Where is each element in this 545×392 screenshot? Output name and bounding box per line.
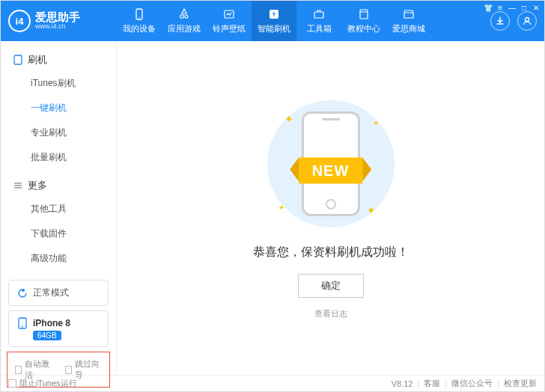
footer-right: V8.12 | 客服 | 微信公众号 | 检查更新 — [392, 378, 537, 389]
nav-toolbox[interactable]: 工具箱 — [296, 1, 341, 41]
list-icon — [13, 181, 23, 190]
sidebar-item-batch-flash[interactable]: 批量刷机 — [1, 145, 116, 170]
app-body: 刷机 iTunes刷机 一键刷机 专业刷机 批量刷机 更多 其他工具 下载固件 … — [1, 41, 544, 375]
mode-box[interactable]: 正常模式 — [8, 280, 109, 306]
window-controls: 👕 ≡ ― □ ✕ — [480, 1, 544, 14]
sidebar-item-itunes-flash[interactable]: iTunes刷机 — [1, 71, 116, 96]
close-icon[interactable]: ✕ — [531, 2, 541, 13]
sidebar-group-flash: 刷机 iTunes刷机 一键刷机 专业刷机 批量刷机 — [1, 49, 116, 174]
toolbox-icon — [312, 7, 326, 21]
sparkle-icon: ✦ — [278, 203, 284, 212]
minimize-icon[interactable]: ― — [507, 2, 517, 13]
svg-rect-4 — [314, 12, 323, 18]
nav-label: 应用游戏 — [168, 23, 201, 34]
update-link[interactable]: 检查更新 — [504, 378, 537, 389]
sidebar-group-title: 刷机 — [1, 49, 116, 71]
checkbox-icon — [8, 379, 16, 388]
svg-point-13 — [22, 326, 23, 328]
apps-icon — [177, 7, 191, 21]
sidebar-item-oneclick-flash[interactable]: 一键刷机 — [1, 96, 116, 120]
success-illustration: NEW ✦ ✦ ✦ ✦ — [256, 97, 406, 231]
sidebar-item-download-firmware[interactable]: 下载固件 — [1, 221, 116, 246]
shirt-icon[interactable]: 👕 — [483, 2, 493, 13]
sidebar-item-pro-flash[interactable]: 专业刷机 — [1, 120, 116, 145]
app-header: 👕 ≡ ― □ ✕ i4 爱思助手 www.i4.cn 我的设备 应用游戏 铃声… — [1, 1, 544, 41]
new-ribbon: NEW — [299, 158, 363, 184]
svg-point-7 — [526, 18, 529, 22]
checkbox-icon — [65, 366, 72, 374]
checkbox-block-itunes[interactable]: 阻止iTunes运行 — [8, 378, 77, 389]
sparkle-icon: ✦ — [367, 204, 376, 216]
nav-label: 我的设备 — [123, 23, 156, 34]
nav-label: 智能刷机 — [258, 23, 290, 34]
phone-icon — [133, 7, 146, 21]
device-box[interactable]: iPhone 8 64GB — [8, 310, 109, 347]
nav-label: 铃声壁纸 — [213, 23, 246, 34]
nav-flash[interactable]: 智能刷机 — [252, 1, 296, 41]
flash-icon — [267, 7, 281, 21]
sidebar-item-other-tools[interactable]: 其他工具 — [1, 197, 116, 221]
device-phone-icon — [16, 317, 28, 329]
device-name: iPhone 8 — [33, 318, 70, 328]
sidebar-group-title: 更多 — [1, 174, 116, 197]
top-nav: 我的设备 应用游戏 铃声壁纸 智能刷机 工具箱 教程中心 爱思商城 — [117, 1, 431, 41]
media-icon — [222, 7, 236, 21]
checkbox-icon — [15, 366, 22, 374]
sidebar-item-advanced[interactable]: 高级功能 — [1, 246, 116, 271]
nav-store[interactable]: 爱思商城 — [386, 1, 431, 41]
nav-my-device[interactable]: 我的设备 — [117, 1, 162, 41]
sparkle-icon: ✦ — [373, 119, 379, 127]
logo-url: www.i4.cn — [35, 23, 80, 31]
nav-label: 工具箱 — [307, 23, 332, 34]
menu-icon[interactable]: ≡ — [495, 2, 505, 13]
mode-label: 正常模式 — [33, 287, 69, 299]
confirm-button[interactable]: 确定 — [298, 274, 364, 298]
view-log-link[interactable]: 查看日志 — [314, 308, 347, 319]
support-link[interactable]: 客服 — [424, 378, 440, 389]
main-content: NEW ✦ ✦ ✦ ✦ 恭喜您，保资料刷机成功啦！ 确定 查看日志 — [117, 41, 544, 375]
nav-label: 教程中心 — [347, 23, 380, 34]
nav-apps[interactable]: 应用游戏 — [162, 1, 207, 41]
sidebar: 刷机 iTunes刷机 一键刷机 专业刷机 批量刷机 更多 其他工具 下载固件 … — [1, 41, 117, 375]
svg-point-1 — [138, 17, 140, 19]
success-message: 恭喜您，保资料刷机成功啦！ — [253, 245, 409, 260]
sidebar-bottom: 正常模式 iPhone 8 64GB 自动激活 跳过向导 — [1, 275, 116, 392]
wechat-link[interactable]: 微信公众号 — [451, 378, 493, 389]
nav-media[interactable]: 铃声壁纸 — [207, 1, 252, 41]
book-icon — [357, 7, 371, 21]
sparkle-icon: ✦ — [284, 113, 293, 125]
phone-icon — [13, 55, 23, 65]
store-icon — [402, 7, 415, 21]
nav-tutorial[interactable]: 教程中心 — [341, 1, 386, 41]
storage-badge: 64GB — [33, 331, 61, 340]
nav-label: 爱思商城 — [392, 23, 425, 34]
sidebar-group-more: 更多 其他工具 下载固件 高级功能 — [1, 174, 116, 275]
logo-badge: i4 — [8, 10, 31, 32]
svg-rect-5 — [360, 10, 368, 19]
refresh-icon — [16, 287, 28, 299]
maximize-icon[interactable]: □ — [519, 2, 529, 13]
svg-rect-8 — [14, 55, 22, 64]
logo: i4 爱思助手 www.i4.cn — [1, 10, 117, 32]
logo-name: 爱思助手 — [35, 11, 80, 24]
version-label: V8.12 — [392, 379, 413, 388]
